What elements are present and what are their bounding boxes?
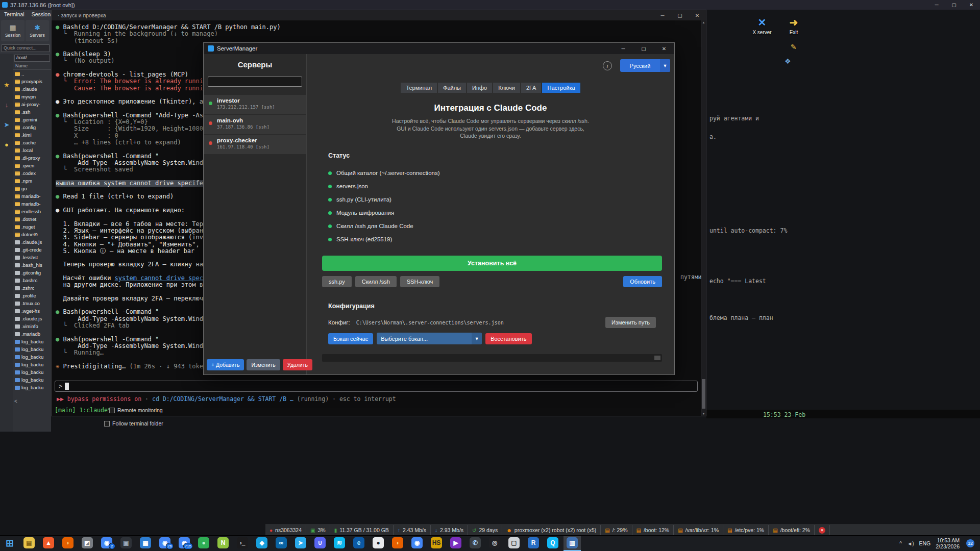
taskbar-explorer[interactable]: ▤ <box>20 536 38 551</box>
toolbar-servers-button[interactable]: ✱Servers <box>26 20 49 41</box>
file-list-item[interactable]: .gemini <box>13 116 51 123</box>
file-list-item[interactable]: .viminfo <box>13 322 51 330</box>
edit-server-button[interactable]: Изменить <box>247 359 280 370</box>
taskbar-obs[interactable]: ◎ <box>486 536 503 551</box>
file-list-item[interactable]: dotnet9 <box>13 231 51 238</box>
file-list-item[interactable]: ai-proxy- <box>13 101 51 108</box>
restore-button[interactable]: Восстановить <box>485 333 531 344</box>
taskbar-chrome-2[interactable]: ◉26 <box>156 536 174 551</box>
maximize-icon[interactable]: ▢ <box>633 43 654 54</box>
file-list-item[interactable]: log_backu <box>13 345 51 353</box>
maximize-icon[interactable]: ▢ <box>945 0 963 10</box>
taskbar-edge[interactable]: e <box>350 536 368 551</box>
terminal-prompt-input[interactable]: > <box>55 381 698 392</box>
file-list-item[interactable]: .bashrc <box>13 277 51 284</box>
file-list-item[interactable]: log_backu <box>13 384 51 391</box>
file-list-item[interactable]: .qwen <box>13 162 51 169</box>
taskbar-brave[interactable]: ▲ <box>40 536 57 551</box>
scroll-down-icon[interactable]: ▼ <box>701 412 706 415</box>
server-item[interactable]: proxy-checker161.97.118.40 [ssh] <box>204 135 306 155</box>
file-list-item[interactable]: log_backu <box>13 376 51 384</box>
file-list-item[interactable]: endlessh <box>13 208 51 215</box>
favorites-star-icon[interactable]: ★ <box>4 81 10 89</box>
file-list-item[interactable]: .. <box>13 70 51 78</box>
desktop-icon-exit[interactable]: ➜Exit <box>781 16 806 35</box>
taskbar-chrome-1[interactable]: ◉2 <box>98 536 115 551</box>
file-list-item[interactable]: .config <box>13 123 51 131</box>
file-list-item[interactable]: myvpn <box>13 93 51 101</box>
macro-icon[interactable]: ● <box>5 141 9 148</box>
minimize-icon[interactable]: ─ <box>928 0 945 10</box>
taskbar-app-light[interactable]: ▢ <box>505 536 523 551</box>
tab-Файлы[interactable]: Файлы <box>438 83 466 93</box>
keyboard-language[interactable]: ENG <box>919 540 931 546</box>
path-input[interactable]: /root/ <box>14 55 50 62</box>
file-list-item[interactable]: .wget-hs <box>13 307 51 315</box>
send-icon[interactable]: ➤ <box>4 121 10 129</box>
file-list-item[interactable]: .dotnet <box>13 215 51 223</box>
tab-Терминал[interactable]: Терминал <box>401 83 437 93</box>
scroll-up-icon[interactable]: ▲ <box>701 21 706 24</box>
shield-icon[interactable]: ❖ <box>785 57 791 65</box>
taskbar-vs[interactable]: ∞ <box>273 536 290 551</box>
close-icon[interactable]: ✕ <box>963 0 980 10</box>
file-list-item[interactable]: go <box>13 185 51 192</box>
file-list-item[interactable]: .lesshst <box>13 254 51 261</box>
tab-Ключи[interactable]: Ключи <box>493 83 520 93</box>
taskbar-docker[interactable]: ≋ <box>331 536 348 551</box>
taskbar-app-gray[interactable]: ◩ <box>79 536 96 551</box>
quick-connect-input[interactable]: Quick connect... <box>2 44 50 52</box>
desktop-icon-x-server[interactable]: ✕X server <box>749 16 775 35</box>
file-list-item[interactable]: .di-proxy <box>13 154 51 162</box>
taskbar-r[interactable]: R <box>525 536 542 551</box>
taskbar-moba[interactable]: ▥ <box>564 536 581 551</box>
backup-now-button[interactable]: Бэкап сейчас <box>328 333 373 344</box>
taskbar-firefox[interactable]: ◗ <box>59 536 77 551</box>
file-list-item[interactable]: .kimi <box>13 131 51 139</box>
refresh-button[interactable]: Обновить <box>623 276 662 287</box>
maximize-icon[interactable]: ▢ <box>671 10 689 20</box>
server-item[interactable]: investor173.212.212.157 [ssh] <box>204 95 306 115</box>
remote-monitoring-checkbox[interactable] <box>109 408 115 413</box>
taskbar-app-purple[interactable]: ▶ <box>447 536 464 551</box>
file-list-item[interactable]: mariadb- <box>13 192 51 200</box>
file-list-item[interactable]: .npm <box>13 177 51 185</box>
volume-icon[interactable]: ◄) <box>907 541 914 546</box>
file-list-item[interactable]: log_backu <box>13 368 51 376</box>
chevron-down-icon[interactable]: ▼ <box>660 59 670 72</box>
file-list-item[interactable]: .cache <box>13 139 51 146</box>
file-list-item[interactable]: .mariadb <box>13 330 51 338</box>
language-select[interactable]: Русский ▼ <box>620 59 670 72</box>
file-list-item[interactable]: .nuget <box>13 223 51 231</box>
file-list-item[interactable]: .codex <box>13 169 51 177</box>
file-list-item[interactable]: log_backu <box>13 338 51 345</box>
taskbar-photos[interactable]: ▦ <box>137 536 154 551</box>
add-server-button[interactable]: + Добавить <box>207 359 244 370</box>
taskbar-app-cyan[interactable]: ◆ <box>253 536 271 551</box>
taskbar-app-green[interactable]: ● <box>195 536 212 551</box>
close-icon[interactable]: ✕ <box>654 43 674 54</box>
taskbar-quick[interactable]: Q <box>544 536 561 551</box>
file-list-item[interactable]: .local <box>13 146 51 154</box>
file-list-item[interactable]: log_backu <box>13 353 51 361</box>
taskbar-telegram[interactable]: ➤ <box>292 536 309 551</box>
taskbar-phone[interactable]: ✆ <box>467 536 484 551</box>
sidebar-scroll-hint[interactable]: < <box>14 398 17 404</box>
follow-folder-checkbox[interactable] <box>104 421 110 427</box>
file-list-item[interactable]: .claude <box>13 85 51 93</box>
component-button[interactable]: SSH-ключ <box>400 276 439 287</box>
backup-select[interactable]: Выберите бэкап... ▼ <box>377 333 482 344</box>
file-list-item[interactable]: .gitconfig <box>13 269 51 277</box>
taskbar-discord[interactable]: ∪ <box>311 536 329 551</box>
minimize-icon[interactable]: ─ <box>613 43 633 54</box>
tab-Инфо[interactable]: Инфо <box>467 83 492 93</box>
file-list-item[interactable]: log_backu <box>13 361 51 368</box>
minimize-icon[interactable]: ─ <box>654 10 671 20</box>
notification-button[interactable]: 32 <box>965 539 976 548</box>
taskbar-chrome-3[interactable]: ◉715 <box>176 536 193 551</box>
file-list-item[interactable]: .git-crede <box>13 246 51 254</box>
tray-clock[interactable]: 10:53 AM 2/23/2026 <box>936 537 960 549</box>
horizontal-scrollbar[interactable] <box>322 354 662 362</box>
menu-terminal[interactable]: Terminal <box>3 11 26 18</box>
taskbar-notepad[interactable]: N <box>214 536 232 551</box>
